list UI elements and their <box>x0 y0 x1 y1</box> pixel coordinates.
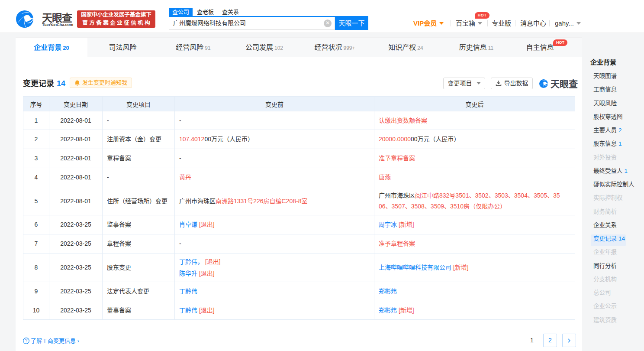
svg-text:天眼查: 天眼查 <box>551 79 578 88</box>
svg-text:?: ? <box>25 338 28 343</box>
